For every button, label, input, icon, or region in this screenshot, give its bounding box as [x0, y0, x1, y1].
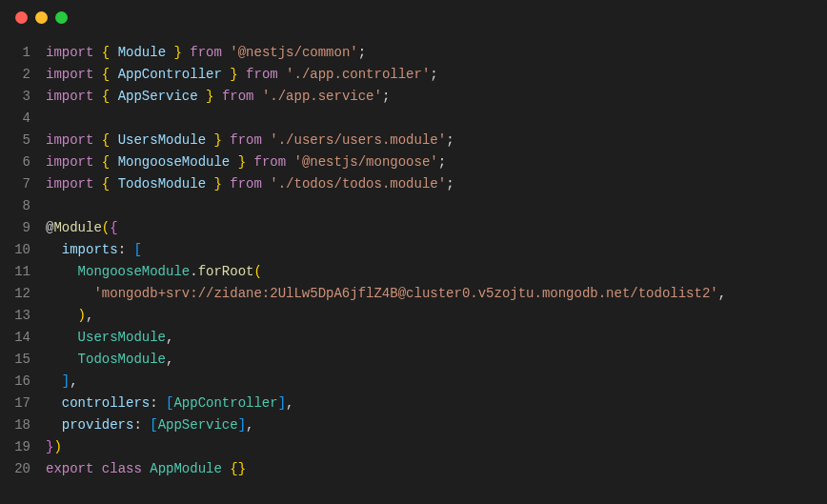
editor[interactable]: 1234567891011121314151617181920 import {… [0, 34, 827, 480]
code-token: : [118, 242, 134, 257]
code-token: 'mongodb+srv://zidane:2UlLw5DpA6jflZ4B@c… [93, 286, 717, 301]
code-token: } [213, 176, 221, 192]
line-number: 9 [0, 217, 30, 239]
code-token [213, 89, 221, 104]
line-number: 4 [0, 108, 30, 130]
code-token: AppService [158, 417, 238, 433]
code-token: import [46, 132, 93, 148]
code-token: , [286, 395, 293, 411]
code-token: ; [446, 176, 454, 192]
line-number: 8 [0, 195, 30, 217]
code-token [46, 330, 78, 345]
code-token: Module [53, 220, 101, 235]
code-token: ] [238, 417, 246, 433]
code-token: TodosModule [78, 352, 166, 367]
line-number: 19 [0, 436, 30, 458]
code-line[interactable]: }) [46, 436, 827, 458]
code-token [46, 242, 62, 257]
code-token: { [102, 132, 110, 148]
code-token: ) [53, 439, 61, 454]
code-token [110, 176, 117, 192]
code-token: , [718, 286, 726, 301]
code-token: AppModule [150, 461, 222, 476]
code-token: from [222, 89, 254, 104]
code-token: '@nestjs/mongoose' [294, 154, 438, 170]
code-token [230, 154, 237, 170]
code-token: from [190, 45, 222, 60]
code-token: [ [133, 242, 141, 257]
line-number: 7 [0, 173, 30, 195]
code-line[interactable]: 'mongodb+srv://zidane:2UlLw5DpA6jflZ4B@c… [46, 283, 827, 305]
code-token: import [46, 176, 93, 192]
line-number: 20 [0, 458, 30, 480]
zoom-icon[interactable] [55, 11, 68, 24]
code-line[interactable] [46, 108, 827, 130]
code-token: forRoot [198, 264, 254, 279]
code-line[interactable]: imports: [ [46, 239, 827, 261]
code-token: AppController [118, 67, 222, 82]
code-token: imports [62, 242, 118, 257]
code-token: import [46, 67, 93, 82]
code-token: import [46, 89, 93, 104]
code-token: , [166, 330, 173, 345]
code-token [93, 67, 101, 82]
code-token: ) [78, 308, 86, 323]
line-number: 10 [0, 239, 30, 261]
code-token: UsersModule [118, 132, 206, 148]
code-line[interactable]: import { TodosModule } from './todos/tod… [46, 173, 827, 195]
code-token: TodosModule [118, 176, 206, 192]
close-icon[interactable] [15, 11, 28, 24]
code-token: import [46, 45, 93, 60]
code-token [142, 461, 150, 476]
code-line[interactable]: ), [46, 305, 827, 327]
code-token: , [246, 417, 253, 433]
minimize-icon[interactable] [35, 11, 48, 24]
code-token [46, 417, 62, 433]
line-number: 13 [0, 305, 30, 327]
code-token [93, 45, 101, 60]
code-token: . [190, 264, 197, 279]
code-token: ; [430, 67, 437, 82]
code-line[interactable]: import { Module } from '@nestjs/common'; [46, 42, 827, 64]
code-token: './app.service' [262, 89, 382, 104]
line-number: 17 [0, 393, 30, 414]
code-token [46, 286, 93, 301]
code-token: from [230, 132, 262, 148]
code-window: 1234567891011121314151617181920 import {… [0, 0, 827, 504]
code-token: from [246, 67, 278, 82]
line-number: 15 [0, 349, 30, 371]
code-line[interactable]: import { UsersModule } from './users/use… [46, 130, 827, 151]
code-token [238, 67, 246, 82]
code-line[interactable]: controllers: [AppController], [46, 393, 827, 414]
code-token: ; [358, 45, 366, 60]
code-token: } [173, 45, 181, 60]
code-line[interactable]: TodosModule, [46, 349, 827, 371]
code-token [110, 154, 117, 170]
code-token [253, 89, 261, 104]
code-line[interactable]: import { AppService } from './app.servic… [46, 86, 827, 108]
code-token [110, 132, 117, 148]
code-token: { [102, 45, 110, 60]
line-number: 2 [0, 64, 30, 86]
code-token: ( [102, 220, 110, 235]
code-line[interactable]: @Module({ [46, 217, 827, 239]
code-line[interactable]: import { AppController } from './app.con… [46, 64, 827, 86]
code-line[interactable]: UsersModule, [46, 327, 827, 349]
code-line[interactable]: ], [46, 371, 827, 393]
code-line[interactable]: providers: [AppService], [46, 414, 827, 436]
code-token: } [238, 154, 246, 170]
code-line[interactable]: MongooseModule.forRoot( [46, 261, 827, 283]
code-token: ; [446, 132, 454, 148]
code-line[interactable]: export class AppModule {} [46, 458, 827, 480]
code-token: } [213, 132, 221, 148]
code-line[interactable]: import { MongooseModule } from '@nestjs/… [46, 151, 827, 173]
code-token: MongooseModule [118, 154, 231, 170]
code-area[interactable]: import { Module } from '@nestjs/common';… [46, 42, 827, 480]
code-token [93, 132, 101, 148]
line-number-gutter: 1234567891011121314151617181920 [0, 42, 46, 480]
code-line[interactable] [46, 195, 827, 217]
code-token: { [102, 154, 110, 170]
code-token: './app.controller' [286, 67, 430, 82]
code-token [222, 67, 230, 82]
code-token: from [230, 176, 262, 192]
